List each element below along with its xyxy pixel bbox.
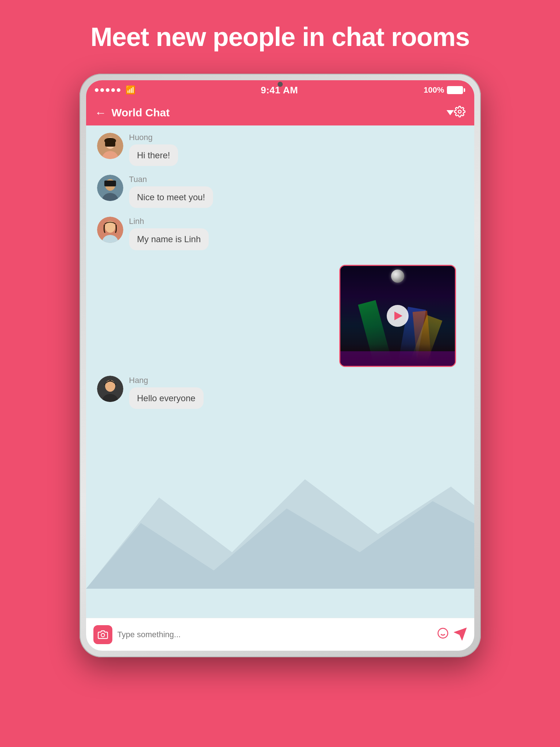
signal-dot-5 xyxy=(117,88,120,92)
message-row-linh: Linh My name is Linh xyxy=(97,217,463,250)
battery-tip xyxy=(464,88,465,92)
status-right: 100% xyxy=(424,85,465,95)
wifi-icon: 📶 xyxy=(125,85,135,95)
sender-name-hang: Hang xyxy=(129,376,204,385)
message-row-tuan: Tuan Nice to meet you! xyxy=(97,175,463,208)
play-button[interactable] xyxy=(387,305,409,327)
signal-dot-3 xyxy=(106,88,109,92)
back-button[interactable]: ← xyxy=(95,106,107,120)
settings-icon[interactable] xyxy=(454,106,466,120)
message-bubble-linh[interactable]: My name is Linh xyxy=(129,228,209,250)
nav-indicator-icon xyxy=(447,110,454,115)
signal-dots xyxy=(95,88,120,92)
sender-name-linh: Linh xyxy=(129,217,209,226)
message-content-linh: Linh My name is Linh xyxy=(129,217,209,250)
svg-marker-23 xyxy=(455,628,466,639)
message-bubble-hang[interactable]: Hello everyone xyxy=(129,387,204,409)
svg-point-7 xyxy=(104,138,116,144)
mountain-background xyxy=(86,443,474,589)
message-bubble-huong[interactable]: Hi there! xyxy=(129,144,178,166)
svg-point-18 xyxy=(101,633,104,636)
battery-body xyxy=(447,86,463,94)
message-content-tuan: Tuan Nice to meet you! xyxy=(129,175,213,208)
message-content-huong: Huong Hi there! xyxy=(129,133,178,166)
message-row: Huong Hi there! xyxy=(97,133,463,166)
battery-icon xyxy=(447,86,465,94)
avatar-huong[interactable] xyxy=(97,133,123,159)
svg-rect-11 xyxy=(104,181,116,186)
battery-fill xyxy=(448,87,462,93)
video-message-row xyxy=(97,265,463,367)
message-content-hang: Hang Hello everyone xyxy=(129,376,204,409)
page-title: Meet new people in chat rooms xyxy=(90,22,470,52)
nav-title: World Chat xyxy=(112,107,445,119)
emoji-button[interactable] xyxy=(437,627,449,642)
svg-point-19 xyxy=(438,628,448,638)
message-bubble-tuan[interactable]: Nice to meet you! xyxy=(129,186,213,208)
svg-point-16 xyxy=(105,380,115,392)
chat-text-input[interactable] xyxy=(117,630,432,639)
signal-dot-4 xyxy=(111,88,115,92)
chat-area: Huong Hi there! Tu xyxy=(86,125,474,618)
sender-name-tuan: Tuan xyxy=(129,175,213,184)
sender-name-huong: Huong xyxy=(129,133,178,142)
input-bar xyxy=(86,618,474,651)
status-time: 9:41 AM xyxy=(261,85,298,96)
avatar-tuan[interactable] xyxy=(97,175,123,201)
svg-marker-2 xyxy=(86,501,474,589)
svg-point-0 xyxy=(458,110,461,113)
chat-content: Huong Hi there! Tu xyxy=(97,133,463,409)
battery-percent: 100% xyxy=(424,85,444,95)
avatar-hang[interactable] xyxy=(97,376,123,402)
signal-dot-2 xyxy=(100,88,104,92)
message-row-hang: Hang Hello everyone xyxy=(97,376,463,409)
play-triangle-icon xyxy=(394,311,402,320)
nav-bar: ← World Chat xyxy=(86,100,474,125)
camera-button[interactable] xyxy=(93,625,112,644)
signal-dot-1 xyxy=(95,88,99,92)
status-left: 📶 xyxy=(95,85,135,95)
tablet-screen: 📶 9:41 AM 100% ← World Chat xyxy=(86,80,474,651)
status-bar: 📶 9:41 AM 100% xyxy=(86,80,474,100)
video-thumbnail[interactable] xyxy=(339,265,456,367)
avatar-linh[interactable] xyxy=(97,217,123,243)
send-button[interactable] xyxy=(454,627,467,642)
video-play-overlay[interactable] xyxy=(340,266,455,366)
tablet-device: 📶 9:41 AM 100% ← World Chat xyxy=(80,74,481,657)
